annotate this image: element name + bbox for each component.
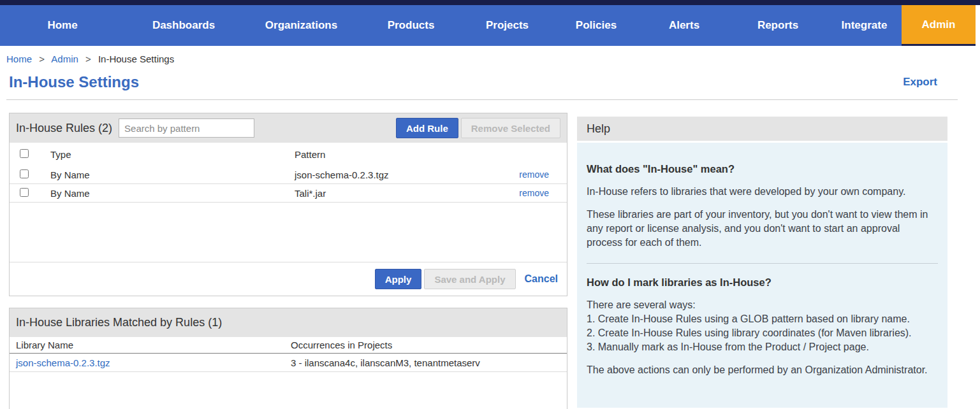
breadcrumb: Home > Admin > In-House Settings <box>0 46 980 64</box>
cancel-link[interactable]: Cancel <box>525 273 558 285</box>
help-paragraph: These libraries are part of your invento… <box>587 208 938 250</box>
header-divider <box>6 99 958 100</box>
top-dark-strip <box>0 0 980 5</box>
help-paragraph: In-House refers to libraries that were d… <box>587 185 938 199</box>
rule-checkbox[interactable] <box>20 169 29 178</box>
nav-item-dashboards[interactable]: Dashboards <box>125 5 242 46</box>
breadcrumb-current-page: In-House Settings <box>98 54 174 64</box>
libraries-panel-title: In-House Libraries Matched by Rules (1) <box>16 316 222 329</box>
library-occurrences: 3 - ilanscana4c, ilanscanM3, tenantmetas… <box>291 357 567 368</box>
help-section-heading: What does "In-House" mean? <box>587 162 938 176</box>
help-panel-title: Help <box>587 122 610 136</box>
help-section-divider <box>587 263 938 264</box>
in-house-rules-panel: In-House Rules (2) Add Rule Remove Selec… <box>9 113 567 296</box>
breadcrumb-home-link[interactable]: Home <box>6 54 32 64</box>
nav-item-organizations[interactable]: Organizations <box>242 5 360 46</box>
in-house-libraries-panel: In-House Libraries Matched by Rules (1) … <box>9 308 567 409</box>
nav-item-admin[interactable]: Admin <box>902 5 976 46</box>
help-panel: Help What does "In-House" mean? In-House… <box>577 117 947 408</box>
help-section-heading: How do I mark libraries as In-House? <box>587 275 938 289</box>
nav-item-home[interactable]: Home <box>0 5 125 46</box>
nav-item-reports[interactable]: Reports <box>729 5 827 46</box>
select-all-checkbox[interactable] <box>20 149 29 158</box>
main-navigation: Home Dashboards Organizations Products P… <box>0 5 976 46</box>
page-header: In-House Settings Export <box>9 73 937 91</box>
rule-row: By Name json-schema-0.2.3.tgz remove <box>10 166 567 184</box>
nav-item-products[interactable]: Products <box>360 5 462 46</box>
rule-pattern: Tali*.jar <box>295 188 508 199</box>
rule-type: By Name <box>50 169 295 180</box>
help-panel-body: What does "In-House" mean? In-House refe… <box>577 143 947 408</box>
help-paragraph: There are several ways: 1. Create In-Hou… <box>587 298 938 354</box>
libraries-panel-header: In-House Libraries Matched by Rules (1) <box>10 308 567 337</box>
page-title: In-House Settings <box>9 73 139 91</box>
content-columns: In-House Rules (2) Add Rule Remove Selec… <box>9 113 980 409</box>
left-column: In-House Rules (2) Add Rule Remove Selec… <box>9 113 567 409</box>
pattern-column-header: Pattern <box>295 149 508 160</box>
library-name-column-header: Library Name <box>16 340 291 350</box>
nav-item-policies[interactable]: Policies <box>553 5 640 46</box>
rules-panel-header: In-House Rules (2) Add Rule Remove Selec… <box>10 113 567 143</box>
rules-empty-space <box>10 203 567 262</box>
save-and-apply-button[interactable]: Save and Apply <box>424 269 515 289</box>
rules-footer: Apply Save and Apply Cancel <box>10 262 567 296</box>
help-panel-header: Help <box>577 117 947 141</box>
breadcrumb-separator: > <box>85 54 91 64</box>
rules-table-header-row: Type Pattern <box>10 143 567 166</box>
library-name-link[interactable]: json-schema-0.2.3.tgz <box>16 357 291 368</box>
add-rule-button[interactable]: Add Rule <box>396 118 458 138</box>
rules-table: Type Pattern By Name json-schema-0.2.3.t… <box>10 143 567 203</box>
rule-checkbox[interactable] <box>20 188 29 197</box>
libraries-table-header-row: Library Name Occurrences in Projects <box>10 337 567 354</box>
library-row: json-schema-0.2.3.tgz 3 - ilanscana4c, i… <box>10 354 567 372</box>
apply-button[interactable]: Apply <box>375 269 422 289</box>
occurrences-column-header: Occurrences in Projects <box>291 340 567 350</box>
breadcrumb-admin-link[interactable]: Admin <box>51 54 78 64</box>
export-link[interactable]: Export <box>903 76 937 89</box>
libraries-table: Library Name Occurrences in Projects jso… <box>10 337 567 372</box>
breadcrumb-separator: > <box>39 54 45 64</box>
remove-rule-link[interactable]: remove <box>508 188 567 198</box>
remove-rule-link[interactable]: remove <box>508 169 567 180</box>
type-column-header: Type <box>50 149 295 160</box>
rules-panel-title: In-House Rules (2) <box>16 122 112 135</box>
right-column: Help What does "In-House" mean? In-House… <box>577 117 947 408</box>
rule-pattern: json-schema-0.2.3.tgz <box>295 169 508 180</box>
search-by-pattern-input[interactable] <box>119 118 254 138</box>
remove-selected-button[interactable]: Remove Selected <box>461 118 560 138</box>
nav-item-alerts[interactable]: Alerts <box>640 5 729 46</box>
help-paragraph: The above actions can only be performed … <box>587 363 938 377</box>
rule-type: By Name <box>50 188 295 199</box>
nav-item-projects[interactable]: Projects <box>462 5 553 46</box>
nav-item-integrate[interactable]: Integrate <box>827 5 902 46</box>
rule-row: By Name Tali*.jar remove <box>10 184 567 203</box>
